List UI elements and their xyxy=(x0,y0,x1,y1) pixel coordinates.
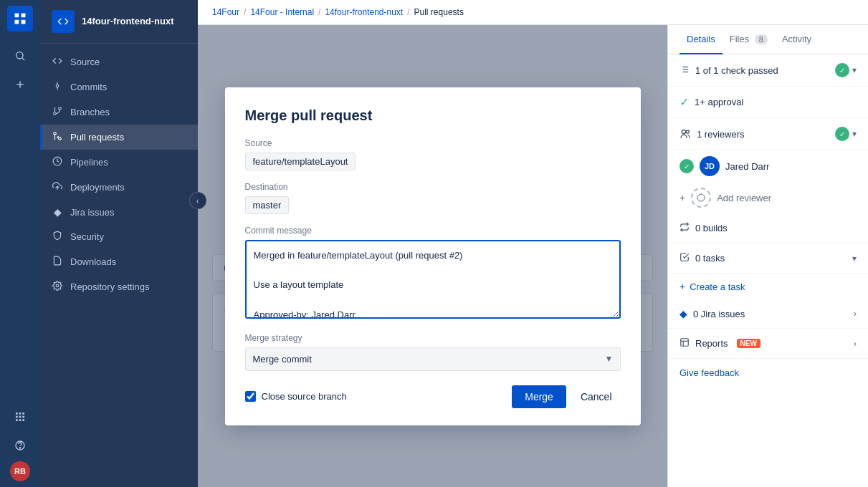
modal-source-field: Source feature/templateLayout xyxy=(245,138,621,170)
breadcrumb-14four[interactable]: 14Four xyxy=(212,7,239,17)
search-icon[interactable] xyxy=(7,43,33,69)
sidebar-item-branches[interactable]: Branches xyxy=(40,100,198,125)
help-icon[interactable] xyxy=(7,433,33,458)
sidebar-nav: Source Commits Branches Pull requests Pi… xyxy=(40,44,198,487)
modal-footer: Close source branch Merge Cancel xyxy=(245,385,621,408)
user-avatar[interactable]: RB xyxy=(10,461,30,481)
right-panel: Details Files 8 Activity 1 of 1 check pa… xyxy=(667,25,868,487)
add-icon[interactable] xyxy=(7,72,33,97)
builds-label: 0 builds xyxy=(695,223,728,233)
source-icon xyxy=(52,56,63,68)
sidebar-item-deployments[interactable]: Deployments xyxy=(40,175,198,200)
sidebar-item-security[interactable]: Security xyxy=(40,224,198,249)
check-expand-icon[interactable]: ▾ xyxy=(852,65,857,75)
commits-icon xyxy=(52,81,63,93)
reviewers-icon xyxy=(679,128,691,140)
modal-destination-label: Destination xyxy=(245,182,621,192)
sidebar-item-pull-requests[interactable]: Pull requests xyxy=(40,125,198,150)
give-feedback-link[interactable]: Give feedback xyxy=(668,359,868,387)
svg-rect-16 xyxy=(22,419,24,421)
sidebar-item-repo-settings[interactable]: Repository settings xyxy=(40,274,198,299)
modal-merge-strategy-select[interactable]: Merge commit Squash Fast-forward xyxy=(245,347,621,371)
approval-icon: ✓ xyxy=(679,95,689,109)
sidebar-item-branches-label: Branches xyxy=(70,107,110,117)
sidebar-item-pipelines[interactable]: Pipelines xyxy=(40,150,198,175)
tasks-row: 0 tasks ▾ xyxy=(679,252,857,264)
tasks-expand-icon[interactable]: ▾ xyxy=(852,254,857,264)
svg-point-26 xyxy=(54,132,57,135)
sidebar-item-downloads-label: Downloads xyxy=(70,256,116,267)
sidebar-item-commits-label: Commits xyxy=(70,82,107,92)
breadcrumb-14four-internal[interactable]: 14Four - Internal xyxy=(250,7,314,17)
tab-activity[interactable]: Activity xyxy=(775,25,819,54)
reports-section: Reports NEW › xyxy=(668,329,868,359)
reviewers-check-icon: ✓ xyxy=(835,127,849,141)
create-task-plus-icon: + xyxy=(679,281,685,292)
sidebar-item-commits[interactable]: Commits xyxy=(40,74,198,100)
sidebar-item-jira-label: Jira issues xyxy=(70,207,114,218)
cancel-button[interactable]: Cancel xyxy=(572,385,621,408)
sidebar-item-repo-settings-label: Repository settings xyxy=(70,281,150,292)
check-green-icon: ✓ xyxy=(835,63,849,77)
modal-source-label: Source xyxy=(245,138,621,148)
jira-section: ◆ 0 Jira issues › xyxy=(668,299,868,329)
svg-rect-3 xyxy=(22,20,26,24)
tab-details[interactable]: Details xyxy=(679,25,722,54)
svg-point-37 xyxy=(682,130,685,133)
reviewers-expand-icon[interactable]: ▾ xyxy=(852,129,857,139)
reviewers-actions: ✓ ▾ xyxy=(835,127,857,141)
builds-row: 0 builds xyxy=(679,222,857,234)
content-area: ▶ 1 commit FILTER BY COMMENTS RB xyxy=(198,25,868,487)
modal-merge-strategy-label: Merge strategy xyxy=(245,333,621,343)
close-branch-checkbox[interactable] xyxy=(245,391,256,402)
modal-destination-value: master xyxy=(245,196,290,214)
jira-row: ◆ 0 Jira issues › xyxy=(679,308,857,319)
sidebar-item-source-label: Source xyxy=(70,57,100,67)
sidebar-item-pipelines-label: Pipelines xyxy=(70,157,108,168)
reports-expand-icon[interactable]: › xyxy=(854,339,857,349)
sidebar-item-pull-requests-label: Pull requests xyxy=(70,132,124,143)
add-reviewer-row[interactable]: + Add reviewer xyxy=(668,182,868,213)
right-panel-tabs: Details Files 8 Activity xyxy=(668,25,868,54)
sidebar-item-deployments-label: Deployments xyxy=(70,182,125,193)
list-icon xyxy=(679,64,690,77)
sidebar-item-downloads[interactable]: Downloads xyxy=(40,249,198,274)
breadcrumb-sep-2: / xyxy=(318,7,320,17)
builds-section: 0 builds xyxy=(668,213,868,244)
grid-icon[interactable] xyxy=(7,404,33,430)
reviewer-detail-row: ✓ JD Jared Darr xyxy=(668,150,868,182)
reports-row: Reports NEW › xyxy=(679,337,857,349)
svg-point-29 xyxy=(56,284,59,287)
check-actions: ✓ ▾ xyxy=(835,63,857,77)
reviewer-avatar: JD xyxy=(700,156,720,176)
breadcrumb-sep-3: / xyxy=(407,7,409,17)
svg-point-4 xyxy=(16,52,23,59)
sidebar-item-source[interactable]: Source xyxy=(40,49,198,74)
jira-icon: ◆ xyxy=(679,308,687,319)
modal-destination-field: Destination master xyxy=(245,182,621,214)
merge-button[interactable]: Merge xyxy=(512,385,566,408)
create-task-row[interactable]: + Create a task xyxy=(668,274,868,299)
modal-overlay: Merge pull request Source feature/templa… xyxy=(198,25,667,487)
deployments-icon xyxy=(52,181,63,193)
breadcrumb-repo[interactable]: 14four-frontend-nuxt xyxy=(325,7,403,17)
jira-expand-icon[interactable]: › xyxy=(854,309,857,319)
close-branch-label: Close source branch xyxy=(262,391,347,402)
svg-point-25 xyxy=(59,138,62,140)
svg-rect-9 xyxy=(19,413,22,415)
svg-point-18 xyxy=(19,448,20,448)
reviewer-name: Jared Darr xyxy=(725,161,769,172)
svg-rect-15 xyxy=(19,419,22,421)
add-plus-icon: + xyxy=(679,192,685,203)
tab-details-label: Details xyxy=(687,34,715,44)
svg-rect-8 xyxy=(16,413,18,415)
pipelines-icon xyxy=(52,156,63,168)
repo-icon xyxy=(52,10,75,33)
reports-new-badge: NEW xyxy=(737,339,760,348)
modal-commit-message-textarea[interactable]: Merged in feature/templateLayout (pull r… xyxy=(245,240,621,319)
tab-files[interactable]: Files 8 xyxy=(722,25,775,54)
sidebar-item-jira-issues[interactable]: ◆ Jira issues xyxy=(40,200,198,224)
approval-text: 1+ approval xyxy=(695,97,743,107)
check-passed-row: 1 of 1 check passed ✓ ▾ xyxy=(679,63,857,77)
app-logo[interactable] xyxy=(7,6,33,32)
